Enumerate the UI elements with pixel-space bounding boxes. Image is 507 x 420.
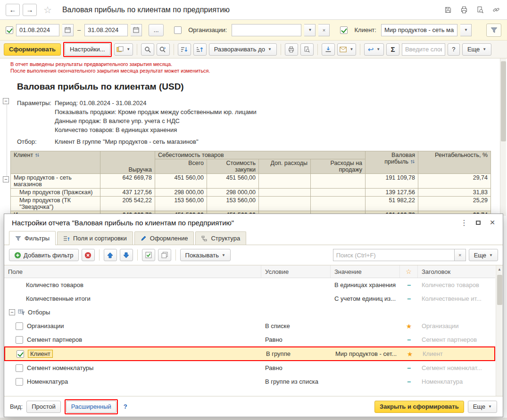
list-item[interactable]: Номенклатура В группе из списка − Номенк… [4, 375, 495, 388]
col-profit[interactable]: Валовая прибыль [366, 151, 418, 174]
print-button[interactable] [285, 43, 298, 56]
col-sales[interactable]: Расходы на продажу [311, 159, 366, 174]
dash-flag-icon[interactable]: − [407, 281, 411, 289]
col-extra[interactable]: Доп. расходы [259, 159, 311, 174]
sort-icon[interactable] [410, 159, 415, 165]
footer-more-button[interactable]: Еще▼ [468, 401, 497, 413]
report-scroll-thumb[interactable] [501, 61, 506, 141]
show-button[interactable]: Показывать▼ [180, 249, 231, 261]
list-item[interactable]: Количественные итоги С учетом единиц из.… [4, 292, 495, 305]
more-button[interactable]: Еще▼ [462, 43, 491, 56]
check-all-button[interactable] [142, 249, 155, 261]
find-button[interactable] [141, 43, 154, 56]
tab-appearance[interactable]: Оформление [134, 231, 194, 245]
col-value-header[interactable]: Значение [331, 265, 400, 278]
col-cost-group[interactable]: Себестоимость товаров [155, 151, 366, 159]
col-header-header[interactable]: Заголовок [418, 265, 495, 278]
list-item-selected[interactable]: Клиент В группе Мир продуктов - сет... ★… [4, 346, 495, 361]
print-preview-button[interactable] [300, 43, 314, 56]
row-checkbox[interactable] [16, 322, 23, 330]
dialog-more-button[interactable]: Еще▼ [469, 249, 498, 261]
col-cost-purchase[interactable]: Стоимость закупки [207, 159, 259, 174]
dash-flag-icon[interactable]: − [407, 295, 411, 303]
print-icon[interactable] [459, 5, 469, 15]
list-item[interactable]: Количество товаров В единицах хранения −… [4, 278, 495, 292]
forward-button[interactable]: → [23, 4, 37, 16]
row-checkbox[interactable] [16, 364, 23, 372]
view-advanced-button[interactable]: Расширенный [66, 401, 116, 413]
organizations-checkbox[interactable] [174, 26, 182, 34]
tab-filters[interactable]: Фильтры [9, 231, 56, 245]
col-revenue[interactable]: Выручка [100, 151, 155, 174]
favorite-star-icon[interactable]: ☆ [43, 4, 52, 16]
col-margin[interactable]: Рентабельность, % [418, 151, 491, 174]
dialog-scrollbar[interactable]: ▲ [496, 265, 503, 396]
expand-to-button[interactable]: Разворачивать до▼ [209, 43, 277, 56]
table-row[interactable]: Мир продуктов - сеть магазинов642 669,78… [11, 174, 491, 189]
collapse-row-button[interactable]: − [3, 176, 9, 182]
preview-icon[interactable] [475, 5, 485, 15]
totals-button[interactable]: Σ [386, 43, 399, 56]
uncheck-all-button[interactable] [158, 249, 171, 261]
organizations-input[interactable] [232, 24, 301, 36]
col-cost-total[interactable]: Всего [155, 159, 207, 174]
client-checkbox[interactable] [340, 26, 348, 34]
organizations-dropdown-icon[interactable]: ▼ [304, 24, 316, 36]
period-options-button[interactable]: ... [149, 24, 164, 36]
col-condition-header[interactable]: Условие [261, 265, 331, 278]
save-file-button[interactable] [322, 43, 335, 56]
close-and-generate-button[interactable]: Закрыть и сформировать [374, 401, 464, 413]
tab-structure[interactable]: Структура [195, 231, 246, 245]
client-input[interactable] [381, 24, 457, 36]
add-filter-button[interactable]: Добавить фильтр [9, 249, 79, 261]
star-flag-icon[interactable]: ★ [406, 322, 412, 330]
settings-button[interactable]: Настройки... [65, 43, 110, 56]
collapse-group-button[interactable]: − [3, 98, 9, 104]
undo-button[interactable]: ↩▼ [364, 43, 384, 56]
period-checkbox[interactable] [6, 26, 13, 34]
col-client[interactable]: Клиент [11, 151, 100, 174]
row-checkbox[interactable] [16, 378, 23, 386]
move-up-button[interactable] [104, 249, 117, 261]
view-simple-button[interactable]: Простой [26, 401, 61, 413]
tab-fields-sorting[interactable]: Поля и сортировки [57, 231, 133, 245]
list-item[interactable]: Сегмент партнеров Равно − Сегмент партне… [4, 333, 495, 346]
sort-asc-button[interactable] [193, 43, 207, 56]
help-button[interactable]: ? [448, 43, 460, 56]
dash-flag-icon[interactable]: − [407, 364, 411, 372]
date-from-input[interactable] [16, 24, 59, 36]
quick-search-input[interactable] [402, 43, 445, 56]
table-row[interactable]: Мир продуктов (ТК "Звездочка")205 542,22… [11, 197, 491, 211]
find-next-button[interactable] [157, 43, 170, 56]
col-field-header[interactable]: Поле [4, 265, 261, 278]
sort-icon[interactable] [35, 152, 40, 158]
date-from-calendar-icon[interactable] [62, 24, 74, 36]
move-down-button[interactable] [120, 249, 133, 261]
row-checkbox[interactable] [17, 350, 24, 358]
dialog-maximize-icon[interactable] [472, 216, 485, 229]
send-email-button[interactable]: ▼ [337, 43, 356, 56]
dialog-scroll-thumb[interactable] [497, 275, 502, 305]
generate-button[interactable]: Сформировать [4, 43, 61, 56]
dialog-search-input[interactable] [333, 249, 455, 261]
sort-desc-button[interactable] [178, 43, 191, 56]
star-flag-icon[interactable]: ★ [407, 350, 413, 358]
dialog-help-icon[interactable]: ? [124, 403, 127, 410]
report-scrollbar[interactable] [500, 58, 506, 216]
table-row[interactable]: Мир продуктов (Пражская)437 127,56298 00… [11, 189, 491, 197]
dash-flag-icon[interactable]: − [407, 336, 411, 344]
list-item[interactable]: Сегмент номенклатуры Равно − Сегмент ном… [4, 361, 495, 375]
collapse-group-button[interactable]: − [9, 309, 15, 315]
report-variants-button[interactable]: ▼ [114, 43, 133, 56]
dialog-search-clear-icon[interactable]: × [455, 249, 466, 261]
client-dropdown-icon[interactable]: ▼ [460, 24, 472, 36]
link-icon[interactable] [491, 5, 501, 15]
list-group-row[interactable]: − Отборы [4, 305, 495, 319]
list-item[interactable]: Организации В списке ★ Организации [4, 319, 495, 333]
organizations-clear-icon[interactable]: × [318, 24, 330, 36]
dash-flag-icon[interactable]: − [407, 378, 411, 386]
row-checkbox[interactable] [16, 336, 23, 344]
dialog-close-icon[interactable]: × [486, 216, 499, 229]
date-to-calendar-icon[interactable] [131, 24, 142, 36]
scroll-up-icon[interactable]: ▲ [496, 265, 503, 273]
